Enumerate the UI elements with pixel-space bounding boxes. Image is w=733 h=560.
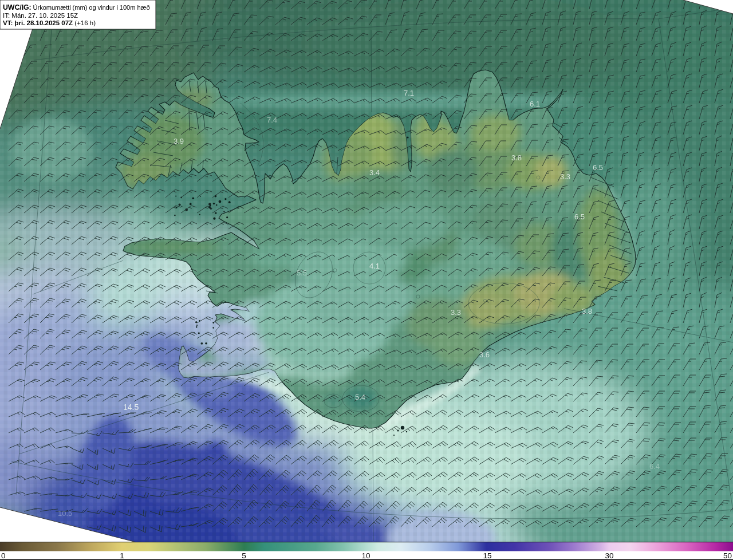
svg-text:14.5: 14.5	[123, 403, 139, 412]
svg-text:0: 0	[1, 551, 6, 560]
svg-text:50: 50	[723, 551, 732, 560]
svg-text:6.4: 6.4	[649, 462, 660, 471]
svg-text:6.5: 6.5	[593, 163, 603, 172]
svg-text:7.4: 7.4	[267, 116, 277, 124]
svg-text:5.5: 5.5	[297, 269, 307, 277]
svg-text:3.9: 3.9	[174, 137, 184, 145]
svg-text:3.4: 3.4	[369, 168, 380, 177]
svg-text:6.5: 6.5	[574, 212, 585, 221]
svg-text:3.8: 3.8	[511, 153, 522, 162]
svg-text:IT: Mán. 27. 10. 2025 15Z: IT: Mán. 27. 10. 2025 15Z	[3, 12, 78, 19]
svg-text:6.1: 6.1	[530, 100, 540, 108]
svg-text:3.8: 3.8	[582, 307, 592, 316]
svg-text:4.1: 4.1	[369, 262, 380, 270]
svg-text:3.3: 3.3	[560, 172, 570, 181]
svg-text:10: 10	[361, 551, 370, 560]
svg-text:10.5: 10.5	[58, 509, 72, 518]
svg-text:15: 15	[483, 551, 491, 560]
svg-text:3.6: 3.6	[479, 350, 490, 359]
svg-text:30: 30	[605, 551, 613, 560]
svg-text:VT: þri. 28.10.2025 07Z (+16 h: VT: þri. 28.10.2025 07Z (+16 h)	[3, 19, 96, 26]
svg-text:UWC/IG: Úrkomumætti (mm) og vi: UWC/IG: Úrkomumætti (mm) og vindur i 100…	[3, 3, 150, 11]
svg-text:7.1: 7.1	[404, 89, 414, 97]
svg-text:3.3: 3.3	[451, 308, 461, 317]
svg-text:5.4: 5.4	[355, 393, 365, 401]
svg-text:5: 5	[242, 551, 246, 560]
svg-text:1: 1	[120, 551, 124, 560]
